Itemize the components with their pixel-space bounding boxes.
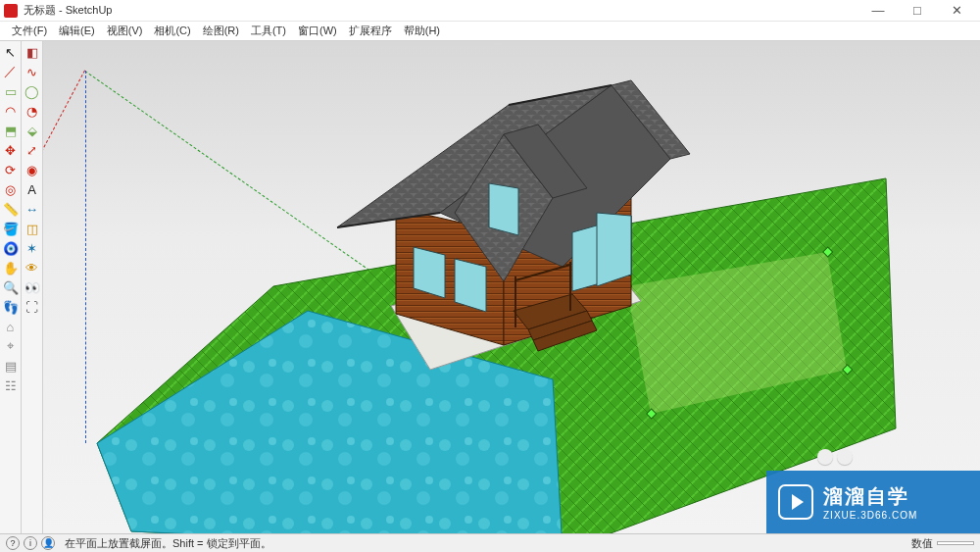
follow-me-tool[interactable]: ⬙ <box>24 122 41 139</box>
svg-marker-29 <box>489 183 518 235</box>
value-input[interactable] <box>937 541 974 545</box>
freehand-tool[interactable]: ∿ <box>24 63 41 80</box>
dimension-tool[interactable]: ↔ <box>24 200 41 218</box>
scenes-tool[interactable]: ☷ <box>2 376 20 394</box>
line-tool[interactable]: ／ <box>2 63 20 80</box>
viewport-3d[interactable]: 溜溜自学 ZIXUE.3D66.COM <box>43 41 980 533</box>
arc-tool[interactable]: ◠ <box>2 102 20 120</box>
play-icon <box>778 484 813 520</box>
status-hint: 在平面上放置截屏面。Shift = 锁定到平面。 <box>65 536 271 551</box>
window-title: 无标题 - SketchUp <box>24 3 858 18</box>
toolbar-left-1: ↖／▭◠⬒✥⟳◎📏🪣🧿✋🔍👣⌂⌖▤☷ <box>0 41 22 533</box>
toolbar-left-2: ◧∿◯◔⬙⤢◉A↔◫✶👁👀⛶ <box>22 41 43 533</box>
value-label: 数值 <box>911 536 933 551</box>
warehouse-tool[interactable]: ⌂ <box>2 318 20 335</box>
position-camera-tool[interactable]: 👁 <box>24 259 41 276</box>
menu-1[interactable]: 编辑(E) <box>53 22 101 40</box>
app-logo-icon <box>4 4 18 18</box>
help-icon[interactable]: ? <box>6 536 20 550</box>
move-tool[interactable]: ✥ <box>2 141 20 159</box>
figure-icon <box>817 449 853 465</box>
circle-tool[interactable]: ◯ <box>24 82 41 100</box>
select-tool[interactable]: ↖ <box>2 43 20 61</box>
offset-tool[interactable]: ◎ <box>2 180 20 198</box>
menu-2[interactable]: 视图(V) <box>101 22 149 40</box>
info-icon[interactable]: i <box>24 536 37 550</box>
minimize-button[interactable]: — <box>858 0 898 22</box>
section-tool[interactable]: ◫ <box>24 220 41 237</box>
scale-tool[interactable]: ⤢ <box>24 141 41 159</box>
protractor-tool[interactable]: ◉ <box>24 161 41 178</box>
workspace: ↖／▭◠⬒✥⟳◎📏🪣🧿✋🔍👣⌂⌖▤☷ ◧∿◯◔⬙⤢◉A↔◫✶👁👀⛶ <box>0 41 980 533</box>
tape-measure-tool[interactable]: 📏 <box>2 200 20 218</box>
text-tool[interactable]: A <box>24 180 41 198</box>
paint-bucket-tool[interactable]: 🪣 <box>2 220 20 237</box>
watermark-text-zh: 溜溜自学 <box>823 483 917 510</box>
statusbar: ? i 👤 在平面上放置截屏面。Shift = 锁定到平面。 数值 <box>0 533 980 552</box>
svg-marker-26 <box>455 259 486 312</box>
titlebar: 无标题 - SketchUp — □ ✕ <box>0 0 980 22</box>
svg-marker-28 <box>597 213 631 286</box>
menu-8[interactable]: 帮助(H) <box>398 22 446 40</box>
menu-4[interactable]: 绘图(R) <box>197 22 245 40</box>
eraser-tool[interactable]: ◧ <box>24 43 41 61</box>
menu-0[interactable]: 文件(F) <box>6 22 53 40</box>
rectangle-tool[interactable]: ▭ <box>2 82 20 100</box>
zoom-tool[interactable]: 🔍 <box>2 278 20 296</box>
pie-tool[interactable]: ◔ <box>24 102 41 120</box>
pan-tool[interactable]: ✋ <box>2 259 20 276</box>
zoom-extents-tool[interactable]: ⛶ <box>24 298 41 316</box>
watermark-text-en: ZIXUE.3D66.COM <box>823 510 917 521</box>
walk-tool[interactable]: 👣 <box>2 298 20 316</box>
user-icon[interactable]: 👤 <box>41 536 55 550</box>
menu-3[interactable]: 相机(C) <box>148 22 196 40</box>
menu-6[interactable]: 窗口(W) <box>292 22 343 40</box>
menubar: 文件(F)编辑(E)视图(V)相机(C)绘图(R)工具(T)窗口(W)扩展程序帮… <box>0 22 980 41</box>
axes-tool[interactable]: ✶ <box>24 239 41 257</box>
push-pull-tool[interactable]: ⬒ <box>2 122 20 139</box>
location-tool[interactable]: ⌖ <box>2 337 20 355</box>
orbit-tool[interactable]: 🧿 <box>2 239 20 257</box>
look-around-tool[interactable]: 👀 <box>24 278 41 296</box>
watermark-banner: 溜溜自学 ZIXUE.3D66.COM <box>766 471 980 533</box>
close-button[interactable]: ✕ <box>937 0 976 22</box>
menu-5[interactable]: 工具(T) <box>245 22 292 40</box>
maximize-button[interactable]: □ <box>898 0 937 22</box>
rotate-tool[interactable]: ⟳ <box>2 161 20 178</box>
layers-tool[interactable]: ▤ <box>2 357 20 375</box>
menu-7[interactable]: 扩展程序 <box>343 22 398 40</box>
